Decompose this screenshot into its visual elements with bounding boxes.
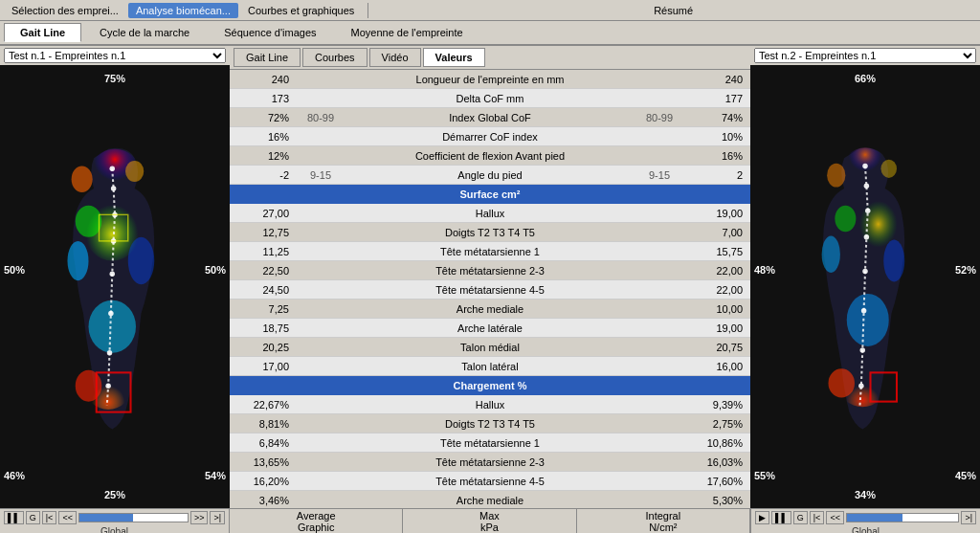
chargement-section-header: Chargement %: [230, 376, 750, 395]
main-tab-row: Gait Line Cycle de la marche Séquence d'…: [0, 21, 980, 46]
svg-point-9: [76, 369, 102, 401]
center-tab-valeurs[interactable]: Valeurs: [423, 48, 485, 67]
table-row: 6,84% Tête métatarsienne 1 10,86%: [230, 433, 750, 453]
right-play-btn[interactable]: ▶: [755, 511, 769, 524]
cell-left: 3,46%: [230, 495, 297, 506]
cell-left: -2: [230, 169, 297, 181]
cell-right: 10,86%: [683, 437, 750, 449]
svg-point-7: [89, 300, 137, 352]
cell-right: 19,00: [683, 322, 750, 334]
bottom-average-top: Average: [297, 510, 336, 522]
left-g-btn[interactable]: G: [26, 511, 40, 524]
cell-right: 19,00: [683, 208, 750, 219]
tab-gait-line[interactable]: Gait Line: [4, 23, 81, 42]
right-progress-bar[interactable]: [846, 513, 960, 522]
bottom-integral-top: Integral: [645, 510, 680, 522]
cell-left: 13,65%: [230, 456, 297, 468]
svg-point-34: [862, 268, 868, 274]
nav-separator: [368, 3, 368, 18]
cell-right: 16,03%: [683, 456, 750, 468]
cell-label: Tête métatarsienne 4-5: [345, 476, 635, 487]
left-pause-btn[interactable]: ▌▌: [4, 511, 24, 524]
center-panel: Gait Line Courbes Vidéo Valeurs 240 Long…: [230, 46, 750, 508]
svg-point-5: [68, 240, 89, 279]
bottom-integral-bottom: N/cm²: [649, 522, 677, 533]
right-panel-header: Test n.2 - Empreintes n.1: [750, 46, 980, 65]
cell-right: 22,00: [683, 265, 750, 277]
right-pause-btn[interactable]: ▌▌: [771, 511, 791, 524]
center-tab-gaitline[interactable]: Gait Line: [234, 48, 301, 67]
nav-analyse[interactable]: Analyse biomécan...: [128, 3, 238, 18]
surface-section-header: Surface cm²: [230, 185, 750, 204]
tab-sequence[interactable]: Séquence d'images: [208, 23, 332, 42]
nav-resume[interactable]: Résumé: [646, 3, 701, 18]
svg-point-2: [125, 161, 144, 182]
table-row: 16,20% Tête métatarsienne 4-5 17,60%: [230, 472, 750, 491]
cell-left: 18,75: [230, 322, 297, 334]
cell-range1: 80-99: [297, 112, 345, 123]
cell-label: Coefficient de flexion Avant pied: [345, 150, 635, 162]
bottom-bar: ▌▌ G |< << >> >| Global Average Graphic …: [0, 508, 980, 533]
right-test-selector[interactable]: Test n.2 - Empreintes n.1: [754, 48, 976, 63]
svg-point-17: [105, 383, 111, 389]
cell-range2: 9-15: [635, 169, 683, 181]
bottom-max-bottom: kPa: [480, 522, 499, 533]
left-pct-right-mid: 50%: [205, 264, 226, 276]
center-tab-video[interactable]: Vidéo: [369, 48, 421, 67]
cell-left: 12,75: [230, 227, 297, 238]
top-navigation: Sélection des emprei... Analyse biomécan…: [0, 0, 980, 21]
cell-left: 17,00: [230, 361, 297, 372]
left-prev-btn[interactable]: <<: [58, 511, 77, 524]
right-prev-btn[interactable]: <<: [826, 511, 844, 524]
right-g-btn[interactable]: G: [793, 511, 808, 524]
cell-label: Tête métatarsienne 2-3: [345, 265, 635, 277]
left-start-btn[interactable]: |<: [42, 511, 57, 524]
svg-point-10: [110, 166, 116, 171]
table-row: -2 9-15 Angle du pied 9-15 2: [230, 166, 750, 185]
cell-right: 74%: [683, 112, 750, 123]
cell-right: 16,00: [683, 361, 750, 372]
right-progress-fill: [847, 514, 902, 522]
left-pct-top: 75%: [104, 73, 125, 84]
right-pct-right-mid: 52%: [955, 264, 976, 276]
left-progress-bar[interactable]: [78, 513, 189, 522]
table-row: 72% 80-99 Index Global CoF 80-99 74%: [230, 108, 750, 127]
cell-label: Talon latéral: [345, 361, 635, 372]
cell-left: 7,25: [230, 303, 297, 315]
cell-left: 20,25: [230, 342, 297, 353]
table-row: 240 Longueur de l'empreinte en mm 240: [230, 70, 750, 89]
data-table: 240 Longueur de l'empreinte en mm 240 17…: [230, 70, 750, 508]
right-end-btn[interactable]: >|: [961, 511, 976, 524]
cell-label: Hallux: [345, 399, 635, 411]
center-tab-courbes[interactable]: Courbes: [302, 48, 368, 67]
cell-right: 10,00: [683, 303, 750, 315]
cell-right: 17,60%: [683, 476, 750, 487]
tab-cycle[interactable]: Cycle de la marche: [83, 23, 206, 42]
left-end-btn[interactable]: >|: [210, 511, 225, 524]
svg-point-15: [108, 310, 114, 316]
svg-point-16: [107, 350, 113, 356]
nav-selection[interactable]: Sélection des emprei...: [4, 3, 126, 18]
right-pct-right-bottom: 45%: [955, 470, 976, 481]
cell-label: Arche mediale: [345, 495, 635, 506]
table-row: 27,00 Hallux 19,00: [230, 204, 750, 223]
cell-label: Talon médial: [345, 342, 635, 353]
table-row: 22,67% Hallux 9,39%: [230, 395, 750, 414]
cell-left: 6,84%: [230, 437, 297, 449]
table-row: 13,65% Tête métatarsienne 2-3 16,03%: [230, 453, 750, 472]
cell-left: 16,20%: [230, 476, 297, 487]
tab-moyenne[interactable]: Moyenne de l'empreinte: [335, 23, 479, 42]
svg-point-27: [847, 293, 889, 345]
bottom-section-max: Max kPa: [403, 509, 576, 533]
svg-point-14: [110, 271, 116, 277]
left-next-btn[interactable]: >>: [190, 511, 209, 524]
left-panel: Test n.1 - Empreintes n.1 75% 50% 50% 46…: [0, 46, 230, 508]
cell-left: 22,67%: [230, 399, 297, 411]
cell-right: 5,30%: [683, 495, 750, 506]
left-test-selector[interactable]: Test n.1 - Empreintes n.1: [4, 48, 226, 63]
nav-courbes[interactable]: Courbes et graphiques: [240, 3, 362, 18]
right-start-btn[interactable]: |<: [810, 511, 825, 524]
cell-label: Delta CoF mm: [345, 93, 635, 104]
cell-right: 9,39%: [683, 399, 750, 411]
svg-point-37: [858, 383, 864, 389]
